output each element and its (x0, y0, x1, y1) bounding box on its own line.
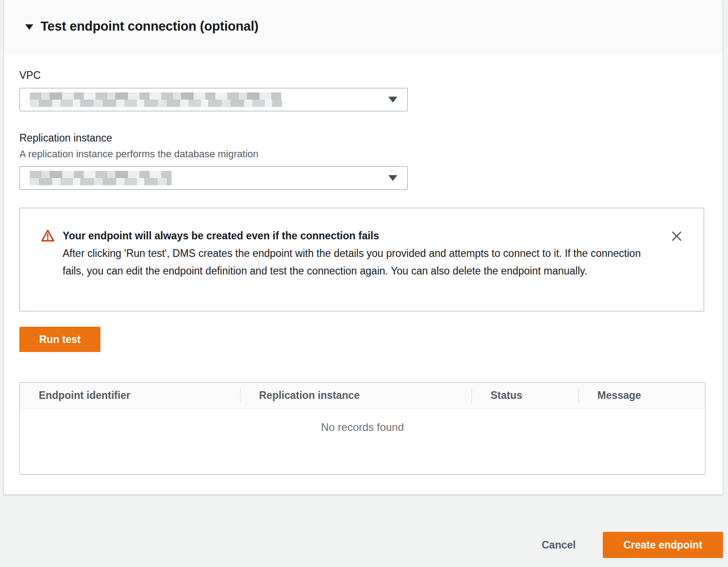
section-header[interactable]: Test endpoint connection (optional) (4, 0, 723, 53)
warning-close-button[interactable] (670, 230, 683, 242)
form-actions-footer: Cancel Create endpoint (539, 532, 723, 558)
empty-state-message: No records found (20, 409, 705, 434)
close-icon (670, 230, 683, 242)
test-results-table: Endpoint identifier Replication instance… (19, 382, 705, 475)
warning-triangle-icon (41, 229, 55, 242)
table-header-row: Endpoint identifier Replication instance… (20, 383, 705, 409)
section-title: Test endpoint connection (optional) (41, 19, 259, 34)
warning-alert: Your endpoint will always be created eve… (19, 208, 704, 311)
column-header-status: Status (472, 383, 578, 408)
run-test-button[interactable]: Run test (19, 327, 100, 352)
collapse-triangle-icon (25, 24, 33, 30)
vpc-select[interactable] (19, 88, 408, 111)
vpc-selected-value-redacted (30, 92, 282, 107)
column-header-replication-instance: Replication instance (240, 383, 472, 408)
caret-down-icon (388, 97, 397, 103)
replication-instance-select[interactable] (19, 166, 408, 190)
replication-instance-label: Replication instance (19, 132, 705, 144)
warning-body: After clicking 'Run test', DMS creates t… (63, 245, 648, 280)
warning-title: Your endpoint will always be created eve… (63, 227, 648, 245)
caret-down-icon (388, 175, 397, 181)
column-header-message: Message (578, 383, 705, 408)
section-content: VPC Replication instance A replication i… (4, 69, 723, 475)
test-endpoint-connection-panel: Test endpoint connection (optional) VPC … (4, 0, 723, 495)
cancel-button[interactable]: Cancel (539, 539, 578, 552)
create-endpoint-button[interactable]: Create endpoint (603, 532, 723, 558)
replication-instance-selected-value-redacted (30, 171, 172, 185)
warning-text-block: Your endpoint will always be created eve… (63, 227, 648, 311)
vpc-label: VPC (19, 69, 705, 82)
column-header-endpoint-identifier: Endpoint identifier (20, 383, 240, 408)
replication-instance-description: A replication instance performs the data… (19, 148, 705, 160)
